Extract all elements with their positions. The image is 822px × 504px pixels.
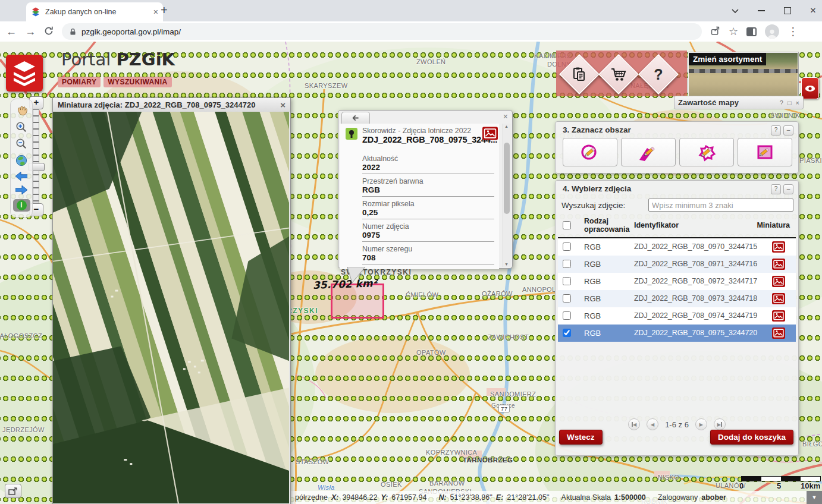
draw-line-button[interactable] <box>621 138 676 166</box>
table-row[interactable]: RGB ZDJ_2022_RGB_708_0974_3244719 <box>558 307 796 325</box>
wyszukiwania-button[interactable]: WYSZUKIWANIA <box>103 77 171 87</box>
draw-polygon-button[interactable] <box>679 138 734 166</box>
miniature-titlebar[interactable]: Miniatura zdjęcia: ZDJ_2022_RGB_708_0975… <box>53 98 290 112</box>
popup-scrollbar[interactable]: ▲ ▼ <box>503 124 511 267</box>
browser-forward-button[interactable]: → <box>25 26 36 37</box>
close-icon[interactable]: × <box>503 112 508 121</box>
browser-menu-icon[interactable]: ⋮ <box>788 26 798 37</box>
row-checkbox[interactable] <box>563 277 571 285</box>
row-miniature-button[interactable] <box>772 293 785 304</box>
table-row[interactable]: RGB ZDJ_2022_RGB_708_0973_3244718 <box>558 290 796 307</box>
map-label: MAŁOGOSZCZ <box>0 332 42 339</box>
row-miniature-button[interactable] <box>772 276 785 287</box>
zoom-out-tool-button[interactable] <box>15 138 27 150</box>
row-miniature-button[interactable] <box>772 259 785 270</box>
help-icon[interactable]: ? <box>771 184 781 194</box>
pager-last-button[interactable]: ▶ <box>714 418 726 430</box>
help-icon[interactable]: ? <box>780 99 783 106</box>
address-bar[interactable]: pzgik.geoportal.gov.pl/imap/ <box>62 23 702 40</box>
map-label: BARANÓW <box>429 480 465 487</box>
help-icon[interactable]: ? <box>771 125 781 136</box>
cart-button[interactable] <box>598 54 639 94</box>
browser-back-button[interactable]: ← <box>6 26 17 37</box>
statusbar-expand-button[interactable]: ▼ <box>807 491 822 504</box>
pan-tool-button[interactable] <box>15 105 27 116</box>
popup-content: Skorowidz - Zdjęcia lotnicze 2022 ZDJ_20… <box>340 124 499 269</box>
y-value: 671957.94 <box>391 493 426 502</box>
close-icon[interactable]: × <box>796 99 799 106</box>
window-minimize-button[interactable] <box>758 10 765 11</box>
row-checkbox[interactable] <box>563 311 571 320</box>
login-label: Zalogowany <box>658 493 698 502</box>
assortment-thumbnail <box>689 69 798 73</box>
minimize-icon[interactable]: – <box>783 184 793 194</box>
bookmark-star-icon[interactable]: ☆ <box>729 26 738 37</box>
profile-avatar[interactable] <box>765 24 779 39</box>
draw-polygon-icon <box>696 142 717 162</box>
miniature-button[interactable] <box>482 127 498 140</box>
table-row[interactable]: RGB ZDJ_2022_RGB_708_0972_3244717 <box>558 273 796 290</box>
select-all-checkbox[interactable] <box>563 221 571 229</box>
window-close-button[interactable]: × <box>810 5 816 17</box>
add-to-cart-button[interactable]: Dodaj do koszyka <box>710 430 793 445</box>
row-miniature-button[interactable] <box>772 241 785 253</box>
row-checkbox[interactable] <box>563 260 571 268</box>
e-label: E: <box>496 493 504 502</box>
page-title: Portal PZGiK <box>61 49 175 70</box>
table-row[interactable]: RGB ZDJ_2022_RGB_708_0970_3244715 <box>558 238 796 256</box>
table-row[interactable]: RGB ZDJ_2022_RGB_708_0975_3244720 <box>558 325 796 342</box>
clipboard-button[interactable] <box>559 54 600 94</box>
zoom-in-tool-button[interactable] <box>15 121 27 133</box>
browser-reload-button[interactable] <box>44 26 54 37</box>
change-assortment-button[interactable]: Zmień asortyment <box>688 52 798 96</box>
back-button[interactable]: Wstecz <box>559 430 603 445</box>
previous-view-button[interactable] <box>15 172 27 181</box>
field-value: 2022 <box>362 163 494 172</box>
pager-first-button[interactable]: ◀ <box>628 418 640 430</box>
window-maximize-button[interactable] <box>784 7 791 14</box>
minimize-icon[interactable]: – <box>783 125 793 136</box>
map-label: ANNOPOL <box>522 286 556 293</box>
search-input[interactable] <box>648 199 793 212</box>
chevron-down-icon: ▼ <box>812 494 817 500</box>
visibility-button[interactable] <box>801 77 819 99</box>
aerial-photo-preview <box>53 112 289 503</box>
browser-profile-chevron-icon[interactable] <box>732 9 739 13</box>
map-label: OŻARÓW <box>482 290 513 297</box>
portal-logo[interactable] <box>6 55 43 92</box>
zoom-slider-track[interactable] <box>33 109 39 203</box>
scroll-up-icon[interactable]: ▲ <box>504 124 509 128</box>
overview-map-toggle[interactable] <box>5 484 21 498</box>
map-viewport[interactable]: ZWOLEŃSKARYSZEWKAZIMIERZDOLNYNAŁĘCZÓWŚWI… <box>0 42 822 504</box>
y-label: Y: <box>381 493 388 502</box>
close-icon[interactable]: × <box>280 100 285 110</box>
next-view-button[interactable] <box>15 185 27 194</box>
row-checkbox[interactable] <box>563 294 571 303</box>
new-tab-button[interactable]: + <box>161 4 168 17</box>
map-contents-bar[interactable]: Zawartość mapy ? □ × <box>674 96 804 109</box>
draw-rectangle-button[interactable] <box>738 138 792 166</box>
pomiary-button[interactable]: POMIARY <box>58 77 101 87</box>
popup-back-button[interactable] <box>341 112 370 124</box>
share-button[interactable] <box>710 26 720 37</box>
table-row[interactable]: RGB ZDJ_2022_RGB_708_0971_3244716 <box>558 256 796 273</box>
detail-field: Numer szeregu 708 <box>362 242 494 264</box>
identify-tool-button[interactable]: i <box>13 199 30 212</box>
side-panel-icon[interactable] <box>746 27 757 36</box>
help-button[interactable]: ? <box>638 54 679 94</box>
scrollbar-thumb[interactable] <box>504 143 510 214</box>
pager-prev-button[interactable]: ◀ <box>647 418 658 430</box>
full-extent-button[interactable] <box>15 155 27 166</box>
row-checkbox[interactable] <box>563 242 571 251</box>
row-miniature-button[interactable] <box>772 310 785 322</box>
scroll-down-icon[interactable]: ▼ <box>504 262 509 266</box>
map-label: JĘDRZEJÓW <box>2 426 45 433</box>
tab-close-icon[interactable]: × <box>153 7 158 17</box>
row-miniature-button[interactable] <box>772 327 785 339</box>
maximize-icon[interactable]: □ <box>788 99 792 106</box>
draw-circle-button[interactable] <box>563 138 617 166</box>
layers-icon <box>10 59 39 87</box>
pager-next-button[interactable]: ▶ <box>695 418 707 430</box>
row-checkbox[interactable] <box>563 329 571 337</box>
browser-tab[interactable]: Zakup danych on-line × <box>26 2 163 21</box>
